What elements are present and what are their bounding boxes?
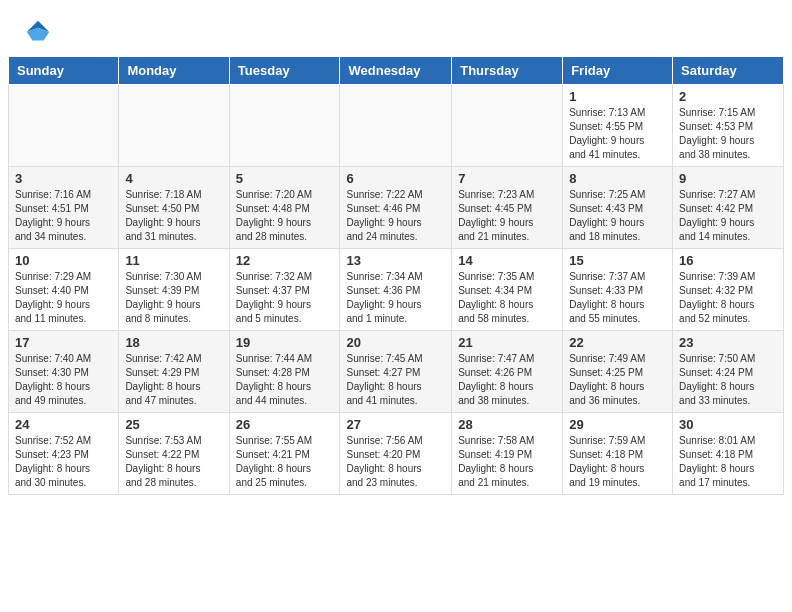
day-info: Sunrise: 7:34 AM Sunset: 4:36 PM Dayligh…: [346, 270, 445, 326]
day-info: Sunrise: 7:30 AM Sunset: 4:39 PM Dayligh…: [125, 270, 222, 326]
calendar-week-row: 1Sunrise: 7:13 AM Sunset: 4:55 PM Daylig…: [9, 85, 784, 167]
day-number: 4: [125, 171, 222, 186]
calendar-day-cell: 19Sunrise: 7:44 AM Sunset: 4:28 PM Dayli…: [229, 331, 340, 413]
calendar-day-cell: 2Sunrise: 7:15 AM Sunset: 4:53 PM Daylig…: [673, 85, 784, 167]
calendar-day-cell: 18Sunrise: 7:42 AM Sunset: 4:29 PM Dayli…: [119, 331, 229, 413]
day-info: Sunrise: 7:49 AM Sunset: 4:25 PM Dayligh…: [569, 352, 666, 408]
day-info: Sunrise: 7:45 AM Sunset: 4:27 PM Dayligh…: [346, 352, 445, 408]
calendar-day-cell: [119, 85, 229, 167]
page-header: [0, 0, 792, 56]
day-number: 23: [679, 335, 777, 350]
day-info: Sunrise: 7:50 AM Sunset: 4:24 PM Dayligh…: [679, 352, 777, 408]
day-number: 2: [679, 89, 777, 104]
calendar-day-cell: 5Sunrise: 7:20 AM Sunset: 4:48 PM Daylig…: [229, 167, 340, 249]
weekday-header-cell: Saturday: [673, 57, 784, 85]
day-number: 14: [458, 253, 556, 268]
day-number: 20: [346, 335, 445, 350]
calendar-day-cell: 27Sunrise: 7:56 AM Sunset: 4:20 PM Dayli…: [340, 413, 452, 495]
logo: [24, 18, 56, 46]
calendar-day-cell: 28Sunrise: 7:58 AM Sunset: 4:19 PM Dayli…: [452, 413, 563, 495]
calendar-day-cell: 21Sunrise: 7:47 AM Sunset: 4:26 PM Dayli…: [452, 331, 563, 413]
calendar-day-cell: 4Sunrise: 7:18 AM Sunset: 4:50 PM Daylig…: [119, 167, 229, 249]
day-number: 28: [458, 417, 556, 432]
day-number: 29: [569, 417, 666, 432]
weekday-header-cell: Monday: [119, 57, 229, 85]
day-number: 6: [346, 171, 445, 186]
day-number: 5: [236, 171, 334, 186]
day-number: 7: [458, 171, 556, 186]
day-info: Sunrise: 7:40 AM Sunset: 4:30 PM Dayligh…: [15, 352, 112, 408]
calendar-day-cell: 17Sunrise: 7:40 AM Sunset: 4:30 PM Dayli…: [9, 331, 119, 413]
day-number: 19: [236, 335, 334, 350]
weekday-header-row: SundayMondayTuesdayWednesdayThursdayFrid…: [9, 57, 784, 85]
day-info: Sunrise: 7:44 AM Sunset: 4:28 PM Dayligh…: [236, 352, 334, 408]
day-info: Sunrise: 7:35 AM Sunset: 4:34 PM Dayligh…: [458, 270, 556, 326]
calendar-day-cell: 12Sunrise: 7:32 AM Sunset: 4:37 PM Dayli…: [229, 249, 340, 331]
calendar-day-cell: 1Sunrise: 7:13 AM Sunset: 4:55 PM Daylig…: [563, 85, 673, 167]
calendar-day-cell: 26Sunrise: 7:55 AM Sunset: 4:21 PM Dayli…: [229, 413, 340, 495]
calendar-week-row: 17Sunrise: 7:40 AM Sunset: 4:30 PM Dayli…: [9, 331, 784, 413]
day-number: 18: [125, 335, 222, 350]
day-info: Sunrise: 7:15 AM Sunset: 4:53 PM Dayligh…: [679, 106, 777, 162]
day-info: Sunrise: 7:25 AM Sunset: 4:43 PM Dayligh…: [569, 188, 666, 244]
day-number: 15: [569, 253, 666, 268]
calendar-day-cell: 9Sunrise: 7:27 AM Sunset: 4:42 PM Daylig…: [673, 167, 784, 249]
day-info: Sunrise: 7:20 AM Sunset: 4:48 PM Dayligh…: [236, 188, 334, 244]
weekday-header-cell: Wednesday: [340, 57, 452, 85]
day-info: Sunrise: 7:29 AM Sunset: 4:40 PM Dayligh…: [15, 270, 112, 326]
day-number: 10: [15, 253, 112, 268]
day-info: Sunrise: 7:52 AM Sunset: 4:23 PM Dayligh…: [15, 434, 112, 490]
calendar-day-cell: [229, 85, 340, 167]
day-number: 21: [458, 335, 556, 350]
day-info: Sunrise: 7:42 AM Sunset: 4:29 PM Dayligh…: [125, 352, 222, 408]
calendar-week-row: 24Sunrise: 7:52 AM Sunset: 4:23 PM Dayli…: [9, 413, 784, 495]
logo-icon: [24, 18, 52, 46]
calendar-day-cell: 22Sunrise: 7:49 AM Sunset: 4:25 PM Dayli…: [563, 331, 673, 413]
calendar-day-cell: 3Sunrise: 7:16 AM Sunset: 4:51 PM Daylig…: [9, 167, 119, 249]
weekday-header-cell: Friday: [563, 57, 673, 85]
day-number: 3: [15, 171, 112, 186]
calendar-day-cell: 20Sunrise: 7:45 AM Sunset: 4:27 PM Dayli…: [340, 331, 452, 413]
day-number: 16: [679, 253, 777, 268]
weekday-header-cell: Tuesday: [229, 57, 340, 85]
day-number: 26: [236, 417, 334, 432]
calendar-day-cell: 25Sunrise: 7:53 AM Sunset: 4:22 PM Dayli…: [119, 413, 229, 495]
day-number: 12: [236, 253, 334, 268]
day-number: 27: [346, 417, 445, 432]
day-info: Sunrise: 8:01 AM Sunset: 4:18 PM Dayligh…: [679, 434, 777, 490]
day-info: Sunrise: 7:39 AM Sunset: 4:32 PM Dayligh…: [679, 270, 777, 326]
calendar-day-cell: 8Sunrise: 7:25 AM Sunset: 4:43 PM Daylig…: [563, 167, 673, 249]
calendar-table: SundayMondayTuesdayWednesdayThursdayFrid…: [8, 56, 784, 495]
day-number: 1: [569, 89, 666, 104]
calendar-day-cell: 6Sunrise: 7:22 AM Sunset: 4:46 PM Daylig…: [340, 167, 452, 249]
calendar-day-cell: 30Sunrise: 8:01 AM Sunset: 4:18 PM Dayli…: [673, 413, 784, 495]
day-info: Sunrise: 7:37 AM Sunset: 4:33 PM Dayligh…: [569, 270, 666, 326]
day-number: 25: [125, 417, 222, 432]
day-number: 8: [569, 171, 666, 186]
day-info: Sunrise: 7:18 AM Sunset: 4:50 PM Dayligh…: [125, 188, 222, 244]
calendar-day-cell: 11Sunrise: 7:30 AM Sunset: 4:39 PM Dayli…: [119, 249, 229, 331]
day-info: Sunrise: 7:27 AM Sunset: 4:42 PM Dayligh…: [679, 188, 777, 244]
calendar-container: SundayMondayTuesdayWednesdayThursdayFrid…: [0, 56, 792, 503]
day-number: 17: [15, 335, 112, 350]
day-info: Sunrise: 7:59 AM Sunset: 4:18 PM Dayligh…: [569, 434, 666, 490]
day-info: Sunrise: 7:53 AM Sunset: 4:22 PM Dayligh…: [125, 434, 222, 490]
calendar-week-row: 10Sunrise: 7:29 AM Sunset: 4:40 PM Dayli…: [9, 249, 784, 331]
day-info: Sunrise: 7:55 AM Sunset: 4:21 PM Dayligh…: [236, 434, 334, 490]
calendar-day-cell: [9, 85, 119, 167]
day-info: Sunrise: 7:22 AM Sunset: 4:46 PM Dayligh…: [346, 188, 445, 244]
calendar-day-cell: [452, 85, 563, 167]
day-info: Sunrise: 7:23 AM Sunset: 4:45 PM Dayligh…: [458, 188, 556, 244]
calendar-day-cell: 15Sunrise: 7:37 AM Sunset: 4:33 PM Dayli…: [563, 249, 673, 331]
weekday-header-cell: Thursday: [452, 57, 563, 85]
day-info: Sunrise: 7:32 AM Sunset: 4:37 PM Dayligh…: [236, 270, 334, 326]
day-number: 22: [569, 335, 666, 350]
day-number: 13: [346, 253, 445, 268]
day-info: Sunrise: 7:56 AM Sunset: 4:20 PM Dayligh…: [346, 434, 445, 490]
calendar-body: 1Sunrise: 7:13 AM Sunset: 4:55 PM Daylig…: [9, 85, 784, 495]
calendar-week-row: 3Sunrise: 7:16 AM Sunset: 4:51 PM Daylig…: [9, 167, 784, 249]
calendar-day-cell: 24Sunrise: 7:52 AM Sunset: 4:23 PM Dayli…: [9, 413, 119, 495]
calendar-day-cell: [340, 85, 452, 167]
calendar-day-cell: 7Sunrise: 7:23 AM Sunset: 4:45 PM Daylig…: [452, 167, 563, 249]
day-info: Sunrise: 7:13 AM Sunset: 4:55 PM Dayligh…: [569, 106, 666, 162]
